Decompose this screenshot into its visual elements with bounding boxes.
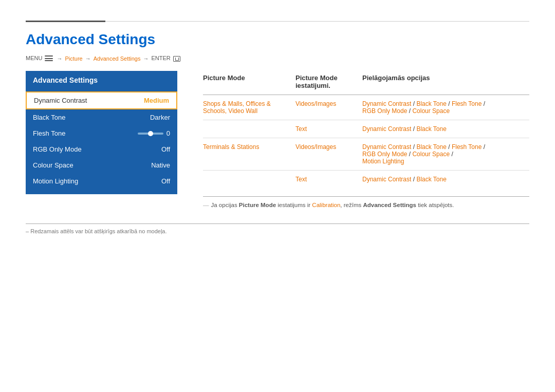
- settings-row-dynamic-contrast[interactable]: Dynamic Contrast Medium: [26, 91, 177, 109]
- submode-link-2[interactable]: Text: [295, 125, 307, 133]
- table-cell-options-3: Dynamic Contrast / Black Tone / Flesh To…: [362, 138, 529, 171]
- table-row: Terminals & Stations Videos/Images Dynam…: [203, 138, 529, 171]
- table-cell-options-2: Dynamic Contrast / Black Tone: [362, 120, 529, 138]
- opt-black-tone-1[interactable]: Black Tone: [416, 100, 446, 107]
- right-content: Picture Mode Picture Mode iestatijumi. P…: [203, 71, 529, 208]
- mode-link-1[interactable]: Shops & Malls, Offices & Schools, Video …: [203, 100, 271, 115]
- page-title: Advanced Settings: [26, 31, 529, 48]
- flesh-tone-slider-thumb: [148, 131, 153, 136]
- table-cell-submode-4: Text: [295, 171, 362, 189]
- info-table: Picture Mode Picture Mode iestatijumi. P…: [203, 71, 529, 188]
- opt-rgb-only-3[interactable]: RGB Only Mode: [362, 151, 407, 158]
- row-value-motion-lighting: Off: [161, 177, 170, 185]
- settings-panel: Advanced Settings Dynamic Contrast Mediu…: [26, 71, 177, 194]
- opt-black-tone-3[interactable]: Black Tone: [416, 143, 446, 151]
- table-header-mode: Picture Mode: [203, 71, 295, 95]
- opt-black-tone-4[interactable]: Black Tone: [416, 176, 446, 183]
- note-dash: —: [203, 202, 209, 208]
- table-cell-options-4: Dynamic Contrast / Black Tone: [362, 171, 529, 189]
- table-cell-mode-1: Shops & Malls, Offices & Schools, Video …: [203, 95, 295, 120]
- calibration-note: — Ja opcijas Picture Mode iestatijums ir…: [203, 202, 529, 208]
- row-label-flesh-tone: Flesh Tone: [33, 129, 65, 137]
- breadcrumb-arrow3: →: [143, 55, 149, 62]
- table-cell-mode-4: [203, 171, 295, 189]
- opt-colour-space-1[interactable]: Colour Space: [412, 107, 450, 115]
- table-cell-submode-1: Videos/Images: [295, 95, 362, 120]
- opt-black-tone-2[interactable]: Black Tone: [416, 125, 446, 133]
- table-cell-options-1: Dynamic Contrast / Black Tone / Flesh To…: [362, 95, 529, 120]
- main-layout: Advanced Settings Dynamic Contrast Mediu…: [26, 71, 529, 208]
- flesh-tone-slider-track[interactable]: [138, 133, 163, 135]
- submode-link-1[interactable]: Videos/Images: [295, 100, 336, 107]
- table-cell-mode-2: [203, 120, 295, 138]
- table-row: Shops & Malls, Offices & Schools, Video …: [203, 95, 529, 120]
- row-label-dynamic-contrast: Dynamic Contrast: [34, 97, 87, 104]
- breadcrumb-arrow2: →: [85, 55, 91, 62]
- table-header-submode: Picture Mode iestatijumi.: [295, 71, 362, 95]
- settings-row-black-tone[interactable]: Black Tone Darker: [26, 109, 177, 125]
- submode-link-4[interactable]: Text: [295, 176, 307, 183]
- row-value-black-tone: Darker: [150, 114, 170, 121]
- opt-dynamic-contrast-4[interactable]: Dynamic Contrast: [362, 176, 411, 183]
- footer-dash: –: [26, 228, 30, 234]
- settings-row-flesh-tone[interactable]: Flesh Tone 0: [26, 125, 177, 141]
- opt-dynamic-contrast-1[interactable]: Dynamic Contrast: [362, 100, 411, 107]
- line-light: [105, 21, 529, 22]
- row-value-rgb-only: Off: [161, 145, 170, 153]
- footer-note: – Redzamais attēls var būt atšķirīgs atk…: [26, 223, 529, 234]
- opt-flesh-tone-3[interactable]: Flesh Tone: [452, 143, 482, 151]
- opt-rgb-only-1[interactable]: RGB Only Mode: [362, 107, 407, 115]
- settings-row-rgb-only[interactable]: RGB Only Mode Off: [26, 141, 177, 157]
- table-cell-mode-3: Terminals & Stations: [203, 138, 295, 171]
- opt-motion-lighting-3[interactable]: Motion Lighting: [362, 158, 404, 165]
- breadcrumb-link2[interactable]: Advanced Settings: [94, 55, 141, 62]
- settings-row-colour-space[interactable]: Colour Space Native: [26, 157, 177, 173]
- row-label-rgb-only: RGB Only Mode: [33, 145, 82, 153]
- breadcrumb-link1[interactable]: Picture: [65, 55, 82, 62]
- table-cell-submode-2: Text: [295, 120, 362, 138]
- note-advanced: Advanced Settings: [363, 202, 416, 208]
- menu-icon: [45, 55, 53, 62]
- note-text: Ja opcijas Picture Mode iestatijums ir C…: [211, 202, 454, 208]
- table-cell-submode-3: Videos/Images: [295, 138, 362, 171]
- table-header-options: Pielāgojamās opcijas: [362, 71, 529, 95]
- row-value-colour-space: Native: [151, 161, 170, 169]
- row-label-motion-lighting: Motion Lighting: [33, 177, 78, 185]
- enter-icon: [173, 56, 180, 62]
- opt-dynamic-contrast-2[interactable]: Dynamic Contrast: [362, 125, 411, 133]
- row-label-colour-space: Colour Space: [33, 161, 73, 169]
- row-value-dynamic-contrast: Medium: [144, 97, 169, 104]
- note-picture-mode: Picture Mode: [239, 202, 276, 208]
- settings-panel-body: Dynamic Contrast Medium Black Tone Darke…: [26, 89, 177, 194]
- note-section: — Ja opcijas Picture Mode iestatijums ir…: [203, 196, 529, 208]
- opt-flesh-tone-1[interactable]: Flesh Tone: [452, 100, 482, 107]
- note-calibration: Calibration: [312, 202, 340, 208]
- settings-row-motion-lighting[interactable]: Motion Lighting Off: [26, 173, 177, 189]
- flesh-tone-slider-container: 0: [138, 129, 170, 137]
- opt-dynamic-contrast-3[interactable]: Dynamic Contrast: [362, 143, 411, 151]
- line-dark: [26, 21, 105, 22]
- top-lines: [26, 21, 529, 22]
- breadcrumb: MENU → Picture → Advanced Settings → ENT…: [26, 55, 529, 62]
- opt-colour-space-3[interactable]: Colour Space: [412, 151, 450, 158]
- submode-link-3[interactable]: Videos/Images: [295, 143, 336, 151]
- footer-text: Redzamais attēls var būt atšķirīgs atkar…: [30, 228, 166, 234]
- breadcrumb-arrow1: →: [57, 55, 62, 62]
- row-label-black-tone: Black Tone: [33, 114, 65, 121]
- breadcrumb-enter: ENTER: [151, 55, 180, 62]
- row-value-flesh-tone: 0: [166, 129, 170, 137]
- mode-link-3[interactable]: Terminals & Stations: [203, 143, 259, 151]
- settings-panel-header: Advanced Settings: [26, 71, 177, 89]
- breadcrumb-menu: MENU: [26, 55, 54, 62]
- page-container: Advanced Settings MENU → Picture → Advan…: [0, 0, 555, 250]
- table-row: Text Dynamic Contrast / Black Tone: [203, 171, 529, 189]
- table-row: Text Dynamic Contrast / Black Tone: [203, 120, 529, 138]
